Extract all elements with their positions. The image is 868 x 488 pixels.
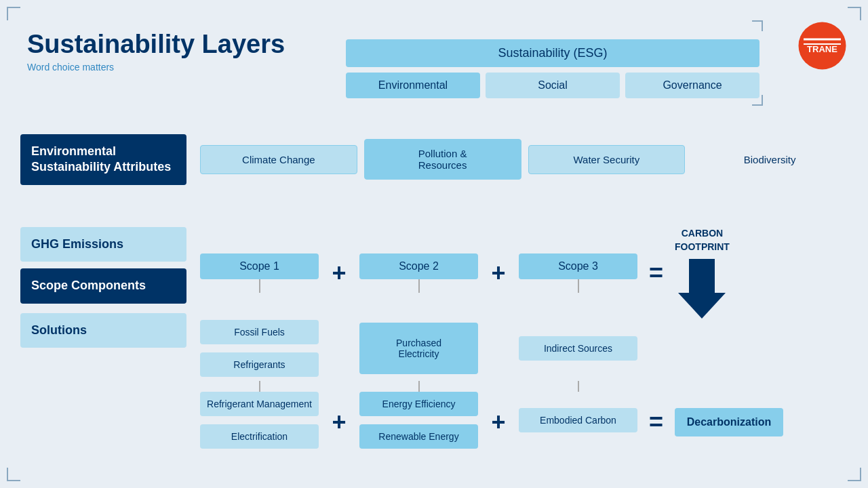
comp-fossil-fuels: Fossil Fuels [200, 320, 319, 344]
scope1-header: Scope 1 [200, 253, 319, 279]
scope2-connector [418, 279, 420, 293]
down-arrow [678, 259, 726, 319]
esg-pillar-social: Social [486, 73, 620, 98]
plus4: + [478, 408, 519, 436]
components-row: Fossil Fuels Refrigerants PurchasedElect… [200, 320, 848, 381]
scopes-container: Scope 1 + Scope 2 + Scope 3 = CARBONFOOT… [200, 227, 848, 453]
scope1-components: Fossil Fuels Refrigerants [200, 320, 319, 381]
scope2-conn2 [359, 381, 478, 392]
scope1-header-col: Scope 1 [200, 253, 319, 293]
logo-container: TRANE [797, 20, 848, 74]
scope2-components: PurchasedElectricity [359, 323, 478, 378]
line1 [259, 381, 260, 392]
page-subtitle: Word choice matters [27, 62, 285, 73]
title-block: Sustainability Layers Word choice matter… [27, 30, 285, 73]
sol-decarbonization: Decarbonization [675, 408, 783, 436]
scope1-solutions: Refrigerant Management Electrification [200, 392, 319, 453]
scopes-header-row: Scope 1 + Scope 2 + Scope 3 = CARBONFOOT… [200, 227, 848, 319]
page: Sustainability Layers Word choice matter… [0, 0, 868, 488]
plus3: + [319, 408, 359, 436]
plus2: + [478, 259, 519, 287]
comp-purchased-electricity: PurchasedElectricity [359, 323, 478, 374]
scope3-conn2 [519, 381, 637, 392]
equals2: = [637, 408, 675, 436]
sol-renewable-energy: Renewable Energy [359, 424, 478, 449]
equals1: = [637, 259, 675, 287]
esg-pillar-environmental: Environmental [346, 73, 480, 98]
solutions-label: Solutions [20, 313, 186, 348]
line2 [418, 381, 420, 392]
esg-pillar-governance: Governance [625, 73, 760, 98]
connectors-row [200, 381, 848, 392]
attr-climate-change: Climate Change [200, 145, 357, 174]
esg-pillars: Environmental Social Governance [346, 73, 760, 98]
arrow-head [678, 293, 726, 319]
comp-refrigerants: Refrigerants [200, 352, 319, 377]
scope3-header-col: Scope 3 [519, 253, 637, 293]
sol-energy-efficiency: Energy Efficiency [359, 392, 478, 416]
scope1-connector [259, 279, 260, 293]
carbon-footprint-label: CARBONFOOTPRINT [675, 227, 730, 253]
page-title: Sustainability Layers [27, 30, 285, 59]
scope3-header: Scope 3 [519, 253, 637, 279]
corner-tr [848, 7, 861, 20]
comp-indirect-sources: Indirect Sources [519, 336, 637, 361]
carbon-result: CARBONFOOTPRINT [675, 227, 730, 319]
corner-tl [7, 7, 20, 20]
scope2-header: Scope 2 [359, 253, 478, 279]
attr-water-security: Water Security [528, 145, 686, 174]
sol-refrigerant-management: Refrigerant Management [200, 392, 319, 416]
scope3-components: Indirect Sources [519, 336, 637, 365]
sol-embodied-carbon: Embodied Carbon [519, 408, 637, 432]
scope1-conn2 [200, 381, 319, 392]
esg-section: Sustainability (ESG) Environmental Socia… [346, 39, 760, 98]
env-attributes-row: Environmental Sustainability Attributes … [20, 134, 848, 185]
corner-br [848, 468, 861, 481]
scope3-solutions: Embodied Carbon [519, 408, 637, 436]
sol-electrification: Electrification [200, 424, 319, 449]
plus1: + [319, 259, 359, 287]
line3 [578, 381, 579, 392]
corner-bl [7, 468, 20, 481]
arrow-shaft [689, 259, 715, 293]
env-attributes-label: Environmental Sustainability Attributes [20, 134, 186, 185]
scope3-connector [578, 279, 579, 293]
ghg-label: GHG Emissions [20, 227, 186, 262]
scope2-header-col: Scope 2 [359, 253, 478, 293]
ghg-row: GHG Emissions Scope Components Solutions… [20, 227, 848, 453]
attributes-list: Climate Change Pollution &Resources Wate… [200, 139, 848, 180]
attr-biodiversity: Biodiversity [692, 146, 848, 174]
esg-top-bar: Sustainability (ESG) [346, 39, 760, 67]
scope2-solutions: Energy Efficiency Renewable Energy [359, 392, 478, 453]
scope-components-label: Scope Components [20, 268, 186, 303]
trane-logo: TRANE [797, 20, 848, 71]
solutions-row: Refrigerant Management Electrification +… [200, 392, 848, 453]
svg-text:TRANE: TRANE [807, 44, 837, 54]
attr-pollution: Pollution &Resources [364, 139, 521, 180]
corner-mid-tr [752, 20, 763, 31]
